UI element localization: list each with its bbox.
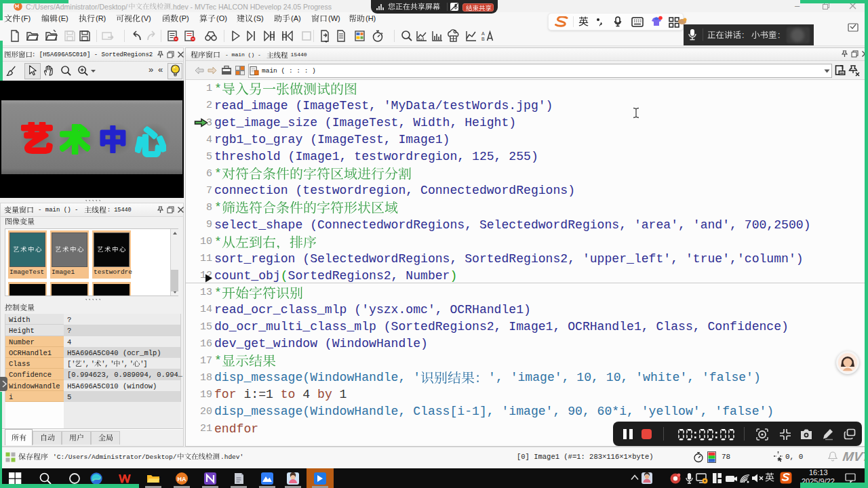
svg-text:B: B	[481, 37, 485, 41]
svg-text:HA: HA	[178, 476, 186, 483]
svg-text:A: A	[481, 31, 485, 36]
